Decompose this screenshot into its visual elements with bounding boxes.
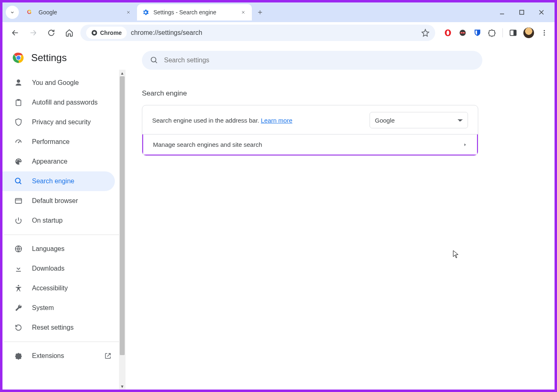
search-engine-dropdown[interactable]: Google bbox=[370, 112, 468, 128]
sidebar-item-label: Downloads bbox=[32, 265, 64, 272]
new-tab-button[interactable] bbox=[253, 6, 267, 19]
sidebar-item-label: Default browser bbox=[32, 197, 78, 205]
open-in-new-icon bbox=[104, 352, 112, 360]
chrome-logo-icon bbox=[12, 52, 25, 64]
svg-rect-0 bbox=[520, 10, 524, 14]
scroll-up-button[interactable]: ▲ bbox=[119, 70, 126, 76]
sidebar-item-label: Performance bbox=[32, 138, 70, 146]
settings-left-column: Settings You and Google Autofill and pas… bbox=[2, 43, 126, 390]
extension-bitwarden-icon[interactable] bbox=[473, 28, 482, 37]
nav-forward-button[interactable] bbox=[26, 26, 40, 40]
site-chip[interactable]: Chrome bbox=[86, 27, 127, 39]
sidebar-item-performance[interactable]: Performance bbox=[2, 132, 115, 152]
window-close-button[interactable] bbox=[537, 8, 546, 16]
svg-point-12 bbox=[544, 32, 545, 33]
star-icon bbox=[421, 29, 429, 37]
learn-more-link[interactable]: Learn more bbox=[261, 117, 292, 124]
search-icon bbox=[14, 177, 23, 186]
site-chip-label: Chrome bbox=[100, 30, 122, 36]
svg-point-18 bbox=[16, 178, 21, 183]
sidebar-item-reset[interactable]: Reset settings bbox=[2, 318, 115, 337]
chrome-menu-button[interactable] bbox=[540, 28, 549, 37]
sidebar-item-accessibility[interactable]: Accessibility bbox=[2, 278, 115, 298]
tab-close-button[interactable] bbox=[240, 9, 247, 16]
svg-rect-6 bbox=[460, 32, 465, 33]
address-bar-url: chrome://settings/search bbox=[131, 29, 202, 36]
browser-icon bbox=[14, 196, 23, 205]
sidebar-item-label: On startup bbox=[32, 217, 63, 224]
side-panel-button[interactable] bbox=[509, 28, 518, 37]
sidebar-scroll-area: You and Google Autofill and passwords Pr… bbox=[2, 70, 126, 390]
search-settings-input[interactable] bbox=[164, 57, 474, 64]
window-controls bbox=[498, 8, 555, 16]
nav-back-button[interactable] bbox=[8, 26, 22, 40]
row-text: Manage search engines and site search bbox=[153, 141, 262, 148]
search-icon bbox=[150, 56, 158, 64]
extensions-menu-button[interactable] bbox=[488, 28, 497, 37]
sidebar-item-autofill[interactable]: Autofill and passwords bbox=[2, 93, 115, 112]
tab-google[interactable]: Google bbox=[22, 4, 137, 21]
puzzle-icon bbox=[488, 29, 496, 37]
palette-icon bbox=[14, 157, 23, 166]
section-title: Search engine bbox=[142, 89, 187, 98]
arrow-right-icon bbox=[29, 29, 37, 37]
sidebar-item-system[interactable]: System bbox=[2, 298, 115, 318]
window-minimize-button[interactable] bbox=[498, 8, 506, 16]
power-icon bbox=[14, 216, 23, 225]
sidebar-item-label: System bbox=[32, 304, 54, 312]
address-bar[interactable]: Chrome chrome://settings/search bbox=[80, 25, 435, 41]
profile-avatar-button[interactable] bbox=[523, 27, 534, 38]
globe-icon bbox=[14, 244, 23, 253]
nav-reload-button[interactable] bbox=[44, 26, 58, 40]
chevron-right-icon bbox=[463, 142, 467, 147]
sidebar-item-languages[interactable]: Languages bbox=[2, 239, 115, 259]
ninja-icon bbox=[459, 29, 467, 37]
svg-point-8 bbox=[463, 32, 464, 33]
extension-icons bbox=[439, 27, 549, 38]
tab-settings-search-engine[interactable]: Settings - Search engine bbox=[137, 4, 252, 21]
settings-main: Search engine Search engine used in the … bbox=[126, 43, 555, 390]
row-text: Search engine used in the address bar. bbox=[152, 117, 259, 124]
restore-icon bbox=[14, 323, 23, 332]
browser-toolbar: Chrome chrome://settings/search bbox=[2, 22, 555, 43]
scroll-down-button[interactable]: ▼ bbox=[119, 383, 126, 390]
scroll-thumb[interactable] bbox=[120, 76, 125, 355]
svg-point-7 bbox=[461, 32, 462, 33]
sidebar-item-search-engine[interactable]: Search engine bbox=[2, 171, 115, 191]
sidebar-scrollbar[interactable]: ▲ ▼ bbox=[119, 70, 126, 390]
download-icon bbox=[14, 264, 23, 273]
search-engine-row: Search engine used in the address bar. L… bbox=[142, 105, 478, 135]
search-tabs-button[interactable] bbox=[6, 6, 19, 19]
sidebar-item-privacy[interactable]: Privacy and security bbox=[2, 112, 115, 132]
svg-point-2 bbox=[93, 32, 96, 34]
sidebar-item-label: Languages bbox=[32, 245, 64, 253]
sidebar-item-extensions[interactable]: Extensions bbox=[2, 346, 115, 366]
tab-close-button[interactable] bbox=[125, 9, 132, 16]
sidebar-item-default-browser[interactable]: Default browser bbox=[2, 191, 115, 211]
svg-point-17 bbox=[18, 142, 19, 143]
nav-home-button[interactable] bbox=[62, 26, 76, 40]
svg-rect-10 bbox=[514, 30, 516, 35]
person-icon bbox=[14, 78, 23, 87]
manage-search-engines-row[interactable]: Manage search engines and site search bbox=[142, 134, 478, 156]
reload-icon bbox=[47, 29, 55, 37]
window-maximize-button[interactable] bbox=[518, 8, 526, 16]
chrome-icon bbox=[91, 30, 98, 36]
sidebar-item-downloads[interactable]: Downloads bbox=[2, 259, 115, 278]
sidebar-item-label: Privacy and security bbox=[32, 119, 91, 126]
svg-rect-19 bbox=[16, 198, 22, 203]
sidebar-item-you-and-google[interactable]: You and Google bbox=[2, 73, 115, 93]
svg-point-11 bbox=[544, 30, 545, 31]
sidebar-item-on-startup[interactable]: On startup bbox=[2, 211, 115, 230]
extension-ninja-icon[interactable] bbox=[458, 28, 467, 37]
browser-tab-strip: Google Settings - Search engine bbox=[2, 2, 555, 22]
sidebar-item-appearance[interactable]: Appearance bbox=[2, 152, 115, 171]
extension-opera-icon[interactable] bbox=[443, 28, 452, 37]
bookmark-star-button[interactable] bbox=[421, 29, 429, 37]
settings-sidebar: You and Google Autofill and passwords Pr… bbox=[2, 70, 126, 369]
sidebar-item-label: Extensions bbox=[32, 352, 64, 360]
clipboard-icon bbox=[14, 98, 23, 107]
sidebar-item-label: Appearance bbox=[32, 158, 67, 165]
dots-vertical-icon bbox=[541, 29, 548, 36]
search-settings-bar[interactable] bbox=[142, 51, 482, 70]
